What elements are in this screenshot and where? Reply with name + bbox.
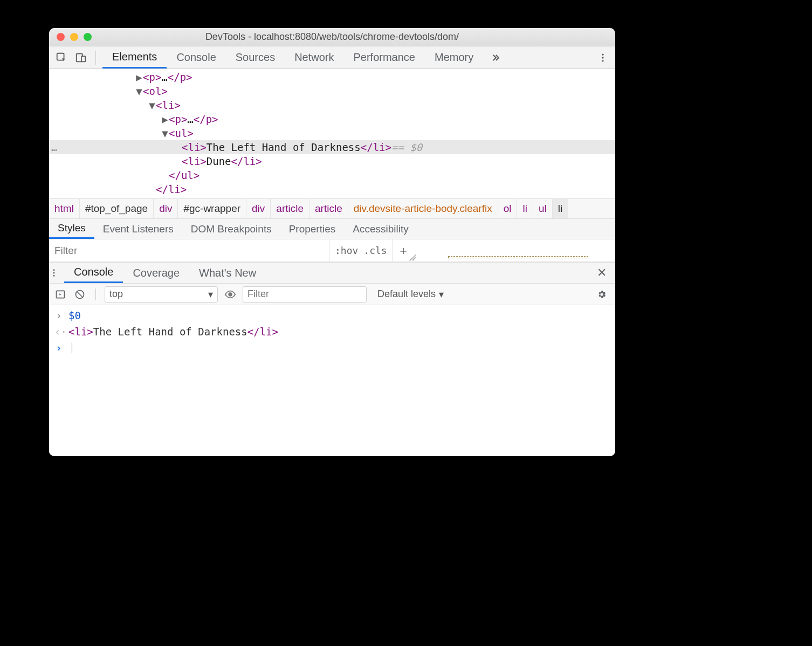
hov-cls-group: :hov .cls xyxy=(329,239,393,262)
crumb-div-2[interactable]: div xyxy=(246,199,271,218)
return-arrow-icon: ‹· xyxy=(54,326,63,338)
console-return-value: <li>The Left Hand of Darkness</li> xyxy=(68,326,278,338)
cls-toggle[interactable]: .cls xyxy=(363,245,387,256)
minimize-window-button[interactable] xyxy=(70,33,78,41)
subtab-styles[interactable]: Styles xyxy=(49,219,94,239)
inspect-element-icon[interactable] xyxy=(53,50,70,65)
log-levels-select[interactable]: Default levels ▾ xyxy=(377,288,444,300)
tree-node-li-close[interactable]: </li> xyxy=(49,182,615,196)
collapse-arrow-icon[interactable]: ▼ xyxy=(135,85,143,97)
tree-node-p[interactable]: ▶ <p>…</p> xyxy=(49,70,615,84)
execution-context-select[interactable]: top ▾ xyxy=(105,286,218,303)
window-title: DevTools - localhost:8080/web/tools/chro… xyxy=(49,31,615,43)
tab-elements[interactable]: Elements xyxy=(102,46,167,68)
tree-node-ul[interactable]: ▼ <ul> xyxy=(49,126,615,140)
close-window-button[interactable] xyxy=(57,33,65,41)
window-controls xyxy=(57,33,92,41)
margin-dash xyxy=(448,256,588,258)
devtools-window: DevTools - localhost:8080/web/tools/chro… xyxy=(49,28,615,456)
more-tabs-icon[interactable] xyxy=(487,50,504,65)
expand-arrow-icon[interactable]: ▶ xyxy=(135,71,143,83)
drawer-tabs: Console Coverage What's New ✕ xyxy=(49,262,615,284)
subtab-dom-breakpoints[interactable]: DOM Breakpoints xyxy=(182,219,280,239)
divider xyxy=(95,51,96,65)
tab-console[interactable]: Console xyxy=(167,46,225,68)
crumb-ol[interactable]: ol xyxy=(498,199,518,218)
new-style-rule-button[interactable]: ＋ xyxy=(393,239,421,262)
tab-performance[interactable]: Performance xyxy=(344,46,425,68)
crumb-div[interactable]: div xyxy=(154,199,178,218)
subtab-properties[interactable]: Properties xyxy=(280,219,345,239)
crumb-gc-wrapper[interactable]: #gc-wrapper xyxy=(178,199,246,218)
svg-rect-2 xyxy=(81,56,85,61)
console-settings-icon[interactable] xyxy=(597,287,611,301)
crumb-devsite-article-body[interactable]: div.devsite-article-body.clearfix xyxy=(348,199,498,218)
crumb-li-current[interactable]: li xyxy=(553,199,568,218)
elements-tree[interactable]: ▶ <p>…</p> ▼ <ol> ▼ <li> ▶ <p>…</p> ▼ <u… xyxy=(49,69,615,198)
breadcrumb: html #top_of_page div #gc-wrapper div ar… xyxy=(49,198,615,219)
collapse-arrow-icon[interactable]: ▼ xyxy=(148,99,156,111)
clear-console-icon[interactable] xyxy=(73,287,87,301)
drawer-close-icon[interactable]: ✕ xyxy=(588,266,615,280)
crumb-ul[interactable]: ul xyxy=(533,199,553,218)
console-prompt[interactable]: › xyxy=(49,340,615,356)
svg-point-6 xyxy=(53,269,55,271)
svg-point-5 xyxy=(602,60,603,61)
titlebar: DevTools - localhost:8080/web/tools/chro… xyxy=(49,28,615,46)
subtab-event-listeners[interactable]: Event Listeners xyxy=(94,219,182,239)
hov-toggle[interactable]: :hov xyxy=(335,245,358,256)
zoom-window-button[interactable] xyxy=(84,33,92,41)
chevron-right-icon: › xyxy=(54,342,63,354)
drawer-tab-console[interactable]: Console xyxy=(64,263,123,283)
main-tabs: Elements Console Sources Network Perform… xyxy=(102,46,504,68)
tree-node-ul-close[interactable]: </ul> xyxy=(49,168,615,182)
text-cursor xyxy=(72,342,72,353)
settings-kebab-icon[interactable] xyxy=(595,50,611,65)
styles-filter-row: :hov .cls ＋ xyxy=(49,239,615,262)
console-sidebar-toggle-icon[interactable] xyxy=(53,287,67,301)
console-output[interactable]: › $0 ‹· <li>The Left Hand of Darkness</l… xyxy=(49,305,615,456)
drawer-tab-whats-new[interactable]: What's New xyxy=(189,263,266,283)
context-value: top xyxy=(109,288,123,300)
tab-sources[interactable]: Sources xyxy=(226,46,285,68)
svg-point-4 xyxy=(602,57,603,58)
tab-memory[interactable]: Memory xyxy=(425,46,483,68)
styles-filter-input[interactable] xyxy=(49,239,329,262)
box-model-preview xyxy=(421,239,615,262)
collapse-arrow-icon[interactable]: ▼ xyxy=(161,127,169,139)
styles-subtabs: Styles Event Listeners DOM Breakpoints P… xyxy=(49,219,615,239)
console-filter-input[interactable] xyxy=(243,286,367,303)
crumb-li[interactable]: li xyxy=(517,199,533,218)
drawer-kebab-icon[interactable] xyxy=(49,268,64,278)
svg-point-3 xyxy=(602,53,603,55)
crumb-article-2[interactable]: article xyxy=(309,199,348,218)
chevron-down-icon: ▾ xyxy=(439,288,444,300)
tab-network[interactable]: Network xyxy=(285,46,343,68)
divider xyxy=(95,288,96,300)
drawer-tab-coverage[interactable]: Coverage xyxy=(123,263,189,283)
console-toolbar: top ▾ Default levels ▾ xyxy=(49,284,615,305)
svg-point-8 xyxy=(53,275,55,277)
tree-node-li[interactable]: ▼ <li> xyxy=(49,98,615,112)
log-levels-label: Default levels xyxy=(377,288,436,300)
crumb-html[interactable]: html xyxy=(49,199,80,218)
main-toolbar: Elements Console Sources Network Perform… xyxy=(49,46,615,69)
chevron-right-icon: › xyxy=(54,310,63,321)
console-line-return[interactable]: ‹· <li>The Left Hand of Darkness</li> xyxy=(49,324,615,340)
crumb-article[interactable]: article xyxy=(271,199,309,218)
resize-corner-icon xyxy=(409,254,416,260)
subtab-accessibility[interactable]: Accessibility xyxy=(344,219,417,239)
live-expression-icon[interactable] xyxy=(223,287,237,301)
console-line-input[interactable]: › $0 xyxy=(49,307,615,324)
svg-point-7 xyxy=(53,272,55,274)
chevron-down-icon: ▾ xyxy=(208,288,213,300)
tree-node-ol[interactable]: ▼ <ol> xyxy=(49,84,615,98)
tree-node-li-dune[interactable]: <li>Dune</li> xyxy=(49,154,615,168)
expand-arrow-icon[interactable]: ▶ xyxy=(161,113,169,125)
console-input-value: $0 xyxy=(68,310,81,321)
tree-node-p-2[interactable]: ▶ <p>…</p> xyxy=(49,112,615,126)
crumb-top-of-page[interactable]: #top_of_page xyxy=(80,199,154,218)
tree-node-selected-li[interactable]: <li>The Left Hand of Darkness</li> == $0 xyxy=(49,140,615,154)
device-toggle-icon[interactable] xyxy=(73,50,89,65)
svg-point-11 xyxy=(229,293,232,296)
